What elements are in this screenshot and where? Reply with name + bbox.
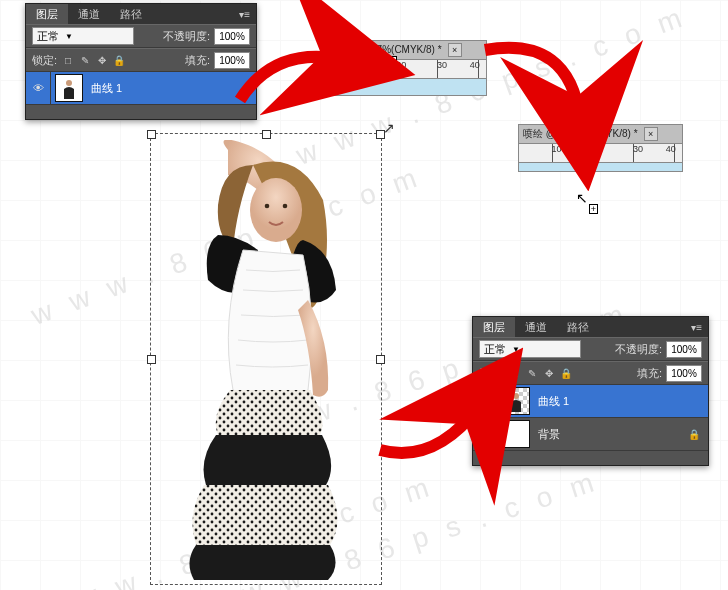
blend-mode-select[interactable]: 正常▼ (479, 340, 581, 358)
panel-menu-icon[interactable]: ▾≡ (685, 322, 708, 333)
chevron-down-icon: ▼ (65, 32, 73, 41)
lock-transparent-icon[interactable]: □ (508, 368, 522, 379)
layer-thumbnail (55, 74, 83, 102)
photo-content (158, 140, 368, 580)
fill-label: 填充: (185, 53, 210, 68)
layer-thumbnail (502, 387, 530, 415)
layer-name: 曲线 1 (534, 394, 569, 409)
ruler-mark: 10 (552, 144, 562, 154)
layer-row[interactable]: 👁 曲线 1 (473, 385, 708, 418)
move-cursor-icon: ↖+ (576, 190, 588, 206)
blend-opacity-row: 正常▼ 不透明度: 100% (26, 24, 256, 48)
lock-label: 锁定: (32, 53, 57, 68)
lock-all-icon[interactable]: 🔒 (559, 368, 573, 379)
move-cursor-icon: ↖+ (375, 42, 387, 58)
svg-point-8 (513, 393, 519, 399)
layer-name: 背景 (534, 427, 560, 442)
transform-handle-mr[interactable] (376, 355, 385, 364)
tab-layers[interactable]: 图层 (473, 317, 515, 338)
lock-icon: 🔒 (688, 429, 700, 440)
ruler-mark: 30 (633, 144, 643, 154)
opacity-label: 不透明度: (163, 29, 210, 44)
ruler-mark: 40 (470, 60, 480, 70)
rotate-handle-icon[interactable]: ↗ (383, 120, 395, 136)
ruler-horizontal: 10 20 30 40 (518, 144, 683, 163)
opacity-input[interactable]: 100% (666, 341, 702, 358)
blend-opacity-row: 正常▼ 不透明度: 100% (473, 337, 708, 361)
panel-tabbar: 图层 通道 路径 ▾≡ (26, 4, 256, 24)
panel-menu-icon[interactable]: ▾≡ (233, 9, 256, 20)
lock-fill-row: 锁定: □ ✎ ✥ 🔒 填充: 100% (26, 48, 256, 72)
lock-pixels-icon[interactable]: ✎ (78, 55, 92, 66)
svg-point-6 (265, 204, 270, 209)
blend-mode-select[interactable]: 正常▼ (32, 27, 134, 45)
fill-label: 填充: (637, 366, 662, 381)
lock-icons: □ ✎ ✥ 🔒 (508, 368, 573, 379)
svg-point-1 (66, 80, 72, 86)
transform-handle-ml[interactable] (147, 355, 156, 364)
svg-point-5 (250, 178, 302, 242)
tab-channels[interactable]: 通道 (68, 4, 110, 25)
visibility-toggle[interactable]: 👁 (26, 72, 51, 104)
panel-tabbar: 图层 通道 路径 ▾≡ (473, 317, 708, 337)
lock-transparent-icon[interactable]: □ (61, 55, 75, 66)
lock-label: 锁定: (479, 366, 504, 381)
ruler-mark: 10 (356, 60, 366, 70)
layer-list: 👁 曲线 1 (26, 72, 256, 119)
arrow-2 (480, 35, 600, 137)
layer-row[interactable]: 👁 曲线 1 (26, 72, 256, 105)
tab-paths[interactable]: 路径 (557, 317, 599, 338)
arrow-3 (375, 395, 495, 467)
close-icon[interactable]: × (644, 127, 658, 141)
transform-handle-tc[interactable] (262, 130, 271, 139)
layer-list: 👁 曲线 1 👁 背景 🔒 (473, 385, 708, 465)
ruler-mark: 20 (592, 144, 602, 154)
blend-mode-value: 正常 (37, 29, 59, 44)
fill-input[interactable]: 100% (666, 365, 702, 382)
layer-thumbnail (502, 420, 530, 448)
lock-all-icon[interactable]: 🔒 (112, 55, 126, 66)
close-icon[interactable]: × (448, 43, 462, 57)
tab-paths[interactable]: 路径 (110, 4, 152, 25)
lock-position-icon[interactable]: ✥ (95, 55, 109, 66)
ruler-mark: 30 (437, 60, 447, 70)
ruler-mark: 40 (666, 144, 676, 154)
lock-icons: □ ✎ ✥ 🔒 (61, 55, 126, 66)
svg-point-7 (283, 204, 288, 209)
opacity-label: 不透明度: (615, 342, 662, 357)
lock-pixels-icon[interactable]: ✎ (525, 368, 539, 379)
lock-position-icon[interactable]: ✥ (542, 368, 556, 379)
layer-name: 曲线 1 (87, 81, 122, 96)
blend-mode-value: 正常 (484, 342, 506, 357)
layers-panel-left: 图层 通道 路径 ▾≡ 正常▼ 不透明度: 100% 锁定: □ ✎ ✥ 🔒 填… (25, 3, 257, 120)
canvas-preview (518, 163, 683, 172)
chevron-down-icon: ▼ (512, 345, 520, 354)
tab-channels[interactable]: 通道 (515, 317, 557, 338)
arrow-1 (235, 40, 355, 112)
ruler-mark: 20 (396, 60, 406, 70)
lock-fill-row: 锁定: □ ✎ ✥ 🔒 填充: 100% (473, 361, 708, 385)
layers-panel-right: 图层 通道 路径 ▾≡ 正常▼ 不透明度: 100% 锁定: □ ✎ ✥ 🔒 填… (472, 316, 709, 466)
transform-handle-tl[interactable] (147, 130, 156, 139)
layer-row[interactable]: 👁 背景 🔒 (473, 418, 708, 451)
tab-layers[interactable]: 图层 (26, 4, 68, 25)
